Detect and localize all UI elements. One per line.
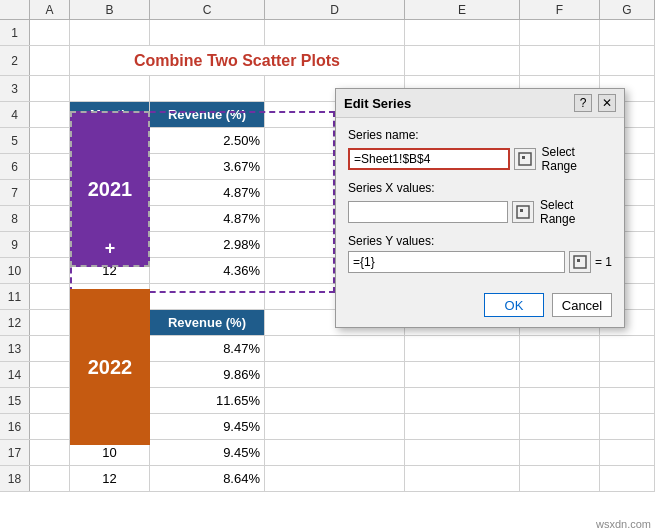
series-x-select-range[interactable]: Select Range: [540, 198, 612, 226]
year-2022-cell: 2022: [70, 289, 150, 445]
series-name-row: Select Range: [348, 145, 612, 173]
series-name-label: Series name:: [348, 128, 612, 142]
dialog-footer: OK Cancel: [336, 289, 624, 327]
svg-rect-3: [520, 209, 523, 212]
dialog-cancel-button[interactable]: Cancel: [552, 293, 612, 317]
dialog-help-button[interactable]: ?: [574, 94, 592, 112]
series-x-range-button[interactable]: [512, 201, 534, 223]
col-c-header-2021: Revenue (%): [150, 102, 265, 127]
series-y-row: = 1: [348, 251, 612, 273]
series-x-input[interactable]: [348, 201, 508, 223]
dialog-ok-button[interactable]: OK: [484, 293, 544, 317]
series-y-label: Series Y values:: [348, 234, 612, 248]
dialog-controls: ? ✕: [574, 94, 616, 112]
col-header-g: G: [600, 0, 655, 19]
dialog-title: Edit Series: [344, 96, 411, 111]
svg-rect-5: [577, 259, 580, 262]
col-header-e: E: [405, 0, 520, 19]
col-header-f: F: [520, 0, 600, 19]
series-y-range-button[interactable]: [569, 251, 591, 273]
dialog-body: Series name: Select Range Series X value…: [336, 118, 624, 289]
svg-rect-1: [522, 156, 525, 159]
plus-icon: +: [105, 238, 116, 259]
year-2021-cell: 2021 +: [70, 111, 150, 267]
col-header-d: D: [265, 0, 405, 19]
column-headers: A B C D E F G: [0, 0, 655, 20]
dialog-close-button[interactable]: ✕: [598, 94, 616, 112]
col-header-b: B: [70, 0, 150, 19]
series-y-input[interactable]: [348, 251, 565, 273]
col-header-c: C: [150, 0, 265, 19]
row-1: 1: [0, 20, 655, 46]
series-name-range-button[interactable]: [514, 148, 536, 170]
col-header-rownum: [0, 0, 30, 19]
edit-series-dialog: Edit Series ? ✕ Series name: Select Rang…: [335, 88, 625, 328]
series-y-equals: = 1: [595, 255, 612, 269]
watermark: wsxdn.com: [596, 518, 651, 530]
col-c-header-2022: Revenue (%): [150, 310, 265, 335]
series-name-select-range[interactable]: Select Range: [542, 145, 612, 173]
series-x-label: Series X values:: [348, 181, 612, 195]
row-2: 2 Combine Two Scatter Plots: [0, 46, 655, 76]
dialog-titlebar: Edit Series ? ✕: [336, 89, 624, 118]
series-x-row: Select Range: [348, 198, 612, 226]
title-cell: Combine Two Scatter Plots: [70, 46, 405, 75]
spreadsheet: A B C D E F G 1 2 Combine Two Scatter Pl…: [0, 0, 655, 532]
row-18: 18 12 8.64%: [0, 466, 655, 492]
col-header-a: A: [30, 0, 70, 19]
series-name-input[interactable]: [348, 148, 510, 170]
